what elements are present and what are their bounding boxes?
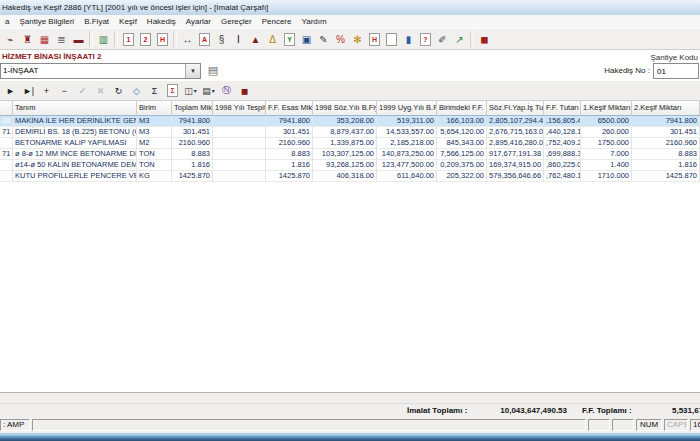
cell-r3-c3[interactable]: 8.883 [172, 149, 213, 160]
cell-r5-c10[interactable]: ,762,480.14 [544, 171, 581, 182]
cell-r2-c4[interactable] [213, 138, 266, 149]
cell-r1-c9[interactable]: 2,676,715,163.09 [487, 127, 544, 138]
books-icon[interactable]: ▥ [95, 31, 112, 48]
cell-r2-c2[interactable]: M2 [137, 138, 172, 149]
flask-icon[interactable]: Δ [264, 31, 281, 48]
menu-item-5[interactable]: Ayarlar [181, 15, 216, 28]
book-icon[interactable]: ▬ [70, 31, 87, 48]
cell-r1-c12[interactable]: 301.451 [632, 127, 700, 138]
cell-r1-c0[interactable]: 71 [0, 127, 13, 138]
cell-r1-c4[interactable] [213, 127, 266, 138]
doc-2-icon[interactable]: 2 [137, 31, 154, 48]
chevron-down-icon[interactable]: ▼ [185, 64, 200, 78]
refresh-icon[interactable]: ↻ [111, 83, 126, 99]
blank-doc-icon[interactable] [383, 31, 400, 48]
cell-r3-c4[interactable] [213, 149, 266, 160]
cell-r5-c4[interactable] [213, 171, 266, 182]
menu-item-4[interactable]: Hakediş [142, 15, 181, 28]
cell-r3-c1[interactable]: ø 8-ø 12 MM İNCE BETONARME DEMİRİN B [13, 149, 137, 160]
doc-y-icon[interactable]: Y [281, 31, 298, 48]
cell-r4-c7[interactable]: 123,477,500.00 [377, 160, 437, 171]
cell-r4-c9[interactable]: 169,374,915.00 [487, 160, 544, 171]
cell-r1-c8[interactable]: 5,654,120.00 [437, 127, 487, 138]
print-preview-icon[interactable]: ◫▾ [183, 83, 198, 99]
cell-r3-c10[interactable]: ,699,888.38 [544, 149, 581, 160]
cell-r0-c4[interactable] [213, 116, 266, 127]
cell-r1-c10[interactable]: ,440,128.12 [544, 127, 581, 138]
cell-r3-c8[interactable]: 7,566,125.00 [437, 149, 487, 160]
table-row[interactable]: 71DEMİRLİ BS. 18 (B.225) BETONU (GRANÜLC… [0, 127, 700, 138]
plug-icon[interactable]: ⌁ [2, 31, 19, 48]
cell-r1-c1[interactable]: DEMİRLİ BS. 18 (B.225) BETONU (GRANÜLC [13, 127, 137, 138]
add-record-icon[interactable]: + [39, 83, 54, 99]
monitor-icon[interactable]: ▮ [400, 31, 417, 48]
column-header-12[interactable]: 2.Keşif Miktarı [632, 101, 700, 116]
cell-r1-c2[interactable]: M3 [137, 127, 172, 138]
cell-r3-c7[interactable]: 140,873,250.00 [377, 149, 437, 160]
cell-r2-c8[interactable]: 845,343.00 [437, 138, 487, 149]
cell-r2-c10[interactable]: ,752,409.28 [544, 138, 581, 149]
screen-icon[interactable]: ▣ [298, 31, 315, 48]
menu-item-8[interactable]: Yardım [296, 15, 331, 28]
delete-record-icon[interactable]: − [57, 83, 72, 99]
column-header-10[interactable]: F.F. Tutarı [544, 101, 581, 116]
cell-r2-c12[interactable]: 2160.960 [632, 138, 700, 149]
menu-item-3[interactable]: Keşif [114, 15, 142, 28]
cell-r0-c5[interactable]: 7941.800 [266, 116, 313, 127]
print-preview-icon-dropdown[interactable]: ▾ [194, 87, 197, 94]
stamp-icon[interactable]: ♜ [19, 31, 36, 48]
note-icon[interactable]: Ⓝ [219, 83, 234, 99]
magic-icon[interactable]: ✻ [349, 31, 366, 48]
imalat-group-combobox[interactable]: 1-İNŞAAT ▼ [0, 63, 201, 79]
ruler-icon[interactable]: ↔ [179, 31, 196, 48]
cell-r2-c7[interactable]: 2,185,218.00 [377, 138, 437, 149]
menu-item-6[interactable]: Gereçler [216, 15, 257, 28]
percent-chart-icon[interactable]: % [332, 31, 349, 48]
cell-r2-c1[interactable]: BETONARME KALIP YAPILMASI [13, 138, 137, 149]
column-header-3[interactable]: Toplam Miktar [172, 101, 213, 116]
cell-r3-c9[interactable]: 917,677,191.38 [487, 149, 544, 160]
cell-r0-c1[interactable]: MAKİNA İLE HER DERİNLİKTE GENİŞ DERİN [13, 116, 137, 127]
chart-pen-icon[interactable]: ↗ [451, 31, 468, 48]
cell-r4-c10[interactable]: ,860,225.00 [544, 160, 581, 171]
cell-r4-c2[interactable]: TON [137, 160, 172, 171]
cell-r0-c8[interactable]: 166,103.00 [437, 116, 487, 127]
sum-icon[interactable]: Σ [147, 83, 162, 99]
doc-a-icon[interactable]: A [196, 31, 213, 48]
column-header-6[interactable]: 1998 Söz.Yılı B.Fiyatı [313, 101, 377, 116]
grid-doc-icon[interactable]: ▦ [36, 31, 53, 48]
table-row[interactable]: 71ø 8-ø 12 MM İNCE BETONARME DEMİRİN BTO… [0, 149, 700, 160]
folder-question-icon[interactable]: ? [417, 31, 434, 48]
cell-r5-c0[interactable] [0, 171, 13, 182]
cell-r2-c5[interactable]: 2160.960 [266, 138, 313, 149]
cell-r0-c0[interactable]: 28 [0, 116, 13, 127]
cell-r5-c7[interactable]: 611,640.00 [377, 171, 437, 182]
cell-r5-c9[interactable]: 579,356,646.66 [487, 171, 544, 182]
cell-r4-c4[interactable] [213, 160, 266, 171]
cell-r5-c1[interactable]: KUTU PROFİLLERLE PENCERE VE KAPI YAP [13, 171, 137, 182]
cell-r2-c0[interactable] [0, 138, 13, 149]
column-header-0[interactable] [0, 101, 13, 116]
cell-r1-c3[interactable]: 301.451 [172, 127, 213, 138]
table-row[interactable]: 28MAKİNA İLE HER DERİNLİKTE GENİŞ DERİNM… [0, 116, 700, 127]
cell-r1-c5[interactable]: 301.451 [266, 127, 313, 138]
nav-last-icon[interactable]: ►| [21, 83, 36, 99]
cell-r4-c12[interactable]: 1.816 [632, 160, 700, 171]
confirm-icon[interactable]: ✔ [75, 83, 90, 99]
column-header-5[interactable]: F.F. Esas Miktar [266, 101, 313, 116]
cell-r3-c11[interactable]: 7.000 [581, 149, 632, 160]
cell-r4-c1[interactable]: ø14-ø 50 KALIN BETONARME DEMİRİ BÜKÜ [13, 160, 137, 171]
cell-r4-c6[interactable]: 93,268,125.00 [313, 160, 377, 171]
cell-r2-c9[interactable]: 2,895,416,280.00 [487, 138, 544, 149]
cell-r0-c10[interactable]: ,156,805.40 [544, 116, 581, 127]
filter-icon[interactable]: ◇ [129, 83, 144, 99]
cell-r4-c11[interactable]: 1.400 [581, 160, 632, 171]
cell-r0-c6[interactable]: 353,208.00 [313, 116, 377, 127]
cell-r0-c7[interactable]: 519,311.00 [377, 116, 437, 127]
cell-r5-c2[interactable]: KG [137, 171, 172, 182]
roof-icon[interactable]: ▲ [247, 31, 264, 48]
detail-icon[interactable]: ▤ [205, 63, 221, 79]
text-cursor-icon[interactable]: I [230, 31, 247, 48]
column-header-4[interactable]: 1998 Yılı Tespit M [213, 101, 266, 116]
menu-item-2[interactable]: B.Fiyat [79, 15, 114, 28]
